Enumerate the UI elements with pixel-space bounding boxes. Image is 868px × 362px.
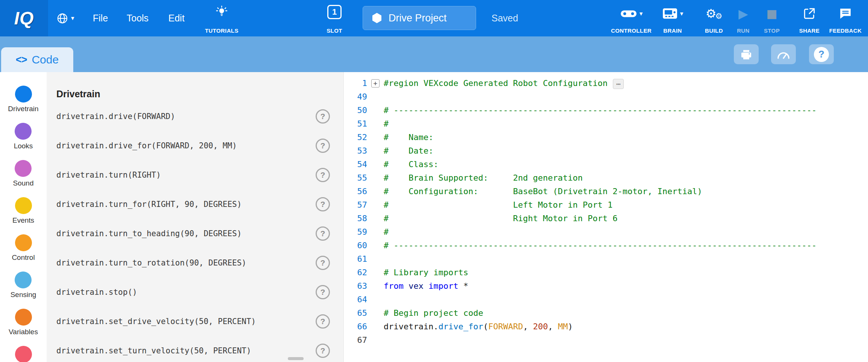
- project-name-button[interactable]: Drive Project: [363, 6, 476, 30]
- command-item[interactable]: drivetrain.drive(FORWARD)?: [56, 102, 330, 131]
- command-item[interactable]: drivetrain.drive_for(FORWARD, 200, MM)?: [56, 131, 330, 160]
- language-selector[interactable]: ▾: [56, 0, 74, 36]
- tutorials-button[interactable]: TUTORIALS: [194, 4, 250, 34]
- code-tab-label: Code: [32, 53, 59, 66]
- code-line[interactable]: 49: [344, 90, 868, 104]
- folded-code-ellipsis[interactable]: ⋯: [613, 79, 624, 89]
- monitor-button[interactable]: [771, 44, 796, 64]
- category-color-dot[interactable]: [15, 309, 32, 326]
- code-line[interactable]: 55# Brain Supported: 2nd generation: [344, 171, 868, 185]
- code-line[interactable]: 60# ------------------------------------…: [344, 239, 868, 252]
- code-line[interactable]: 59#: [344, 225, 868, 239]
- line-number: 51: [344, 117, 367, 131]
- menu-tools[interactable]: Tools: [127, 0, 148, 36]
- code-line[interactable]: 53# Date:: [344, 144, 868, 158]
- command-help-button[interactable]: ?: [316, 139, 330, 153]
- command-help-button[interactable]: ?: [316, 285, 330, 299]
- fold-column: [367, 117, 384, 131]
- code-brackets-icon: <>: [16, 54, 27, 66]
- command-text[interactable]: drivetrain.set_turn_velocity(50, PERCENT…: [56, 346, 251, 355]
- category-color-dot[interactable]: [15, 160, 32, 177]
- category-color-dot[interactable]: [15, 234, 32, 251]
- code-line[interactable]: 56# Configuration: BaseBot (Drivetrain 2…: [344, 185, 868, 198]
- code-line[interactable]: 57# Left Motor in Port 1: [344, 198, 868, 212]
- command-help-button[interactable]: ?: [316, 226, 330, 241]
- code-content: # Name:: [384, 131, 433, 144]
- brain-button[interactable]: ▾ BRAIN: [655, 4, 691, 34]
- devices-button[interactable]: [734, 44, 759, 64]
- question-mark-icon: ?: [814, 47, 829, 62]
- command-item[interactable]: drivetrain.turn_to_rotation(90, DEGREES)…: [56, 248, 330, 278]
- category-color-dot[interactable]: [15, 346, 32, 362]
- command-item[interactable]: drivetrain.turn_for(RIGHT, 90, DEGREES)?: [56, 190, 330, 219]
- command-text[interactable]: drivetrain.turn(RIGHT): [56, 170, 161, 179]
- command-help-button[interactable]: ?: [316, 314, 330, 329]
- controller-button[interactable]: ▾ CONTROLLER: [608, 4, 655, 34]
- build-button[interactable]: ⚙ ⚙ BUILD: [696, 4, 732, 34]
- fold-column: [367, 185, 384, 198]
- command-help-button[interactable]: ?: [316, 168, 330, 182]
- command-text[interactable]: drivetrain.drive_for(FORWARD, 200, MM): [56, 141, 237, 150]
- command-item[interactable]: drivetrain.turn_to_heading(90, DEGREES)?: [56, 219, 330, 248]
- command-item[interactable]: drivetrain.stop()?: [56, 278, 330, 307]
- code-editor[interactable]: 1+#region VEXcode Generated Robot Config…: [343, 72, 868, 362]
- line-number: 65: [344, 306, 367, 320]
- build-label: BUILD: [705, 27, 723, 34]
- category-sound[interactable]: Sound: [13, 160, 34, 187]
- code-line[interactable]: 51#: [344, 117, 868, 131]
- command-text[interactable]: drivetrain.set_drive_velocity(50, PERCEN…: [56, 317, 256, 326]
- command-text[interactable]: drivetrain.drive(FORWARD): [56, 112, 175, 121]
- command-text[interactable]: drivetrain.stop(): [56, 288, 137, 297]
- fold-expand-icon[interactable]: +: [371, 79, 380, 87]
- category-control[interactable]: Control: [12, 234, 35, 262]
- stop-button[interactable]: ■ STOP: [756, 4, 788, 34]
- menu-edit[interactable]: Edit: [168, 0, 184, 36]
- command-text[interactable]: drivetrain.turn_to_rotation(90, DEGREES): [56, 258, 246, 267]
- code-line[interactable]: 67: [344, 333, 868, 347]
- code-content: # Left Motor in Port 1: [384, 198, 612, 212]
- command-help-button[interactable]: ?: [316, 344, 330, 358]
- command-text[interactable]: drivetrain.turn_to_heading(90, DEGREES): [56, 229, 242, 238]
- tab-code[interactable]: <> Code: [1, 47, 73, 72]
- line-number: 67: [344, 333, 367, 347]
- top-toolbar: IQ ▾ File Tools Edit TUTORIALS 1 SLOT: [0, 0, 868, 36]
- fold-toggle[interactable]: +: [367, 77, 384, 90]
- share-button[interactable]: SHARE: [792, 4, 827, 34]
- category-label: Sound: [13, 179, 34, 187]
- command-help-button[interactable]: ?: [316, 109, 330, 124]
- code-line[interactable]: 63from vex import *: [344, 279, 868, 293]
- command-item[interactable]: drivetrain.set_drive_velocity(50, PERCEN…: [56, 307, 330, 336]
- category-color-dot[interactable]: [15, 197, 32, 214]
- code-line[interactable]: 58# Right Motor in Port 6: [344, 212, 868, 225]
- slot-button[interactable]: 1 SLOT: [316, 4, 353, 34]
- run-button[interactable]: ▶ RUN: [732, 4, 755, 34]
- category-color-dot[interactable]: [15, 86, 32, 103]
- category-variables[interactable]: Variables: [9, 309, 38, 336]
- code-line[interactable]: 64: [344, 293, 868, 306]
- help-button[interactable]: ?: [809, 44, 834, 64]
- code-line[interactable]: 54# Class:: [344, 158, 868, 171]
- category-sensing[interactable]: Sensing: [11, 272, 36, 299]
- scrollbar-thumb[interactable]: [288, 357, 304, 360]
- category-more[interactable]: [15, 346, 32, 362]
- code-line[interactable]: 1+#region VEXcode Generated Robot Config…: [344, 77, 868, 90]
- category-looks[interactable]: Looks: [14, 123, 33, 150]
- line-number: 54: [344, 158, 367, 171]
- category-drivetrain[interactable]: Drivetrain: [8, 86, 38, 113]
- code-line[interactable]: 50# ------------------------------------…: [344, 104, 868, 117]
- code-line[interactable]: 65# Begin project code: [344, 306, 868, 320]
- category-color-dot[interactable]: [15, 272, 32, 288]
- command-help-button[interactable]: ?: [316, 256, 330, 270]
- category-events[interactable]: Events: [12, 197, 34, 225]
- category-color-dot[interactable]: [15, 123, 32, 140]
- code-line[interactable]: 62# Library imports: [344, 266, 868, 279]
- menu-file[interactable]: File: [93, 0, 108, 36]
- command-text[interactable]: drivetrain.turn_for(RIGHT, 90, DEGREES): [56, 200, 242, 209]
- code-line[interactable]: 66drivetrain.drive_for(FORWARD, 200, MM): [344, 320, 868, 333]
- category-label: Control: [12, 253, 35, 262]
- command-help-button[interactable]: ?: [316, 197, 330, 211]
- code-line[interactable]: 61: [344, 252, 868, 266]
- feedback-button[interactable]: FEEDBACK: [826, 4, 865, 34]
- code-line[interactable]: 52# Name:: [344, 131, 868, 144]
- command-item[interactable]: drivetrain.turn(RIGHT)?: [56, 160, 330, 190]
